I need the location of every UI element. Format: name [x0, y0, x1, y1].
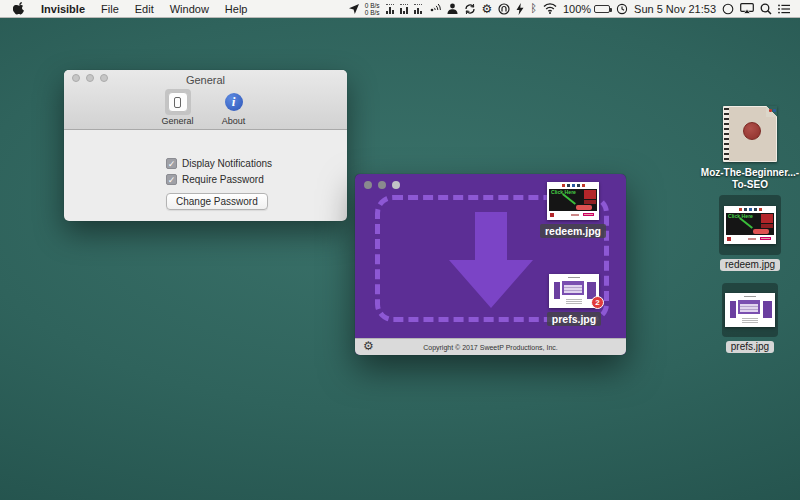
close-button[interactable]	[364, 181, 372, 189]
minimize-button[interactable]	[378, 181, 386, 189]
memory-graph-icon[interactable]	[400, 4, 408, 14]
require-password-label: Require Password	[182, 174, 264, 185]
zoom-button[interactable]	[392, 181, 400, 189]
moz-document-label: Moz-The-Beginner...-To-SEO	[698, 167, 800, 191]
desktop-icon-prefs[interactable]: prefs.jpg	[722, 283, 778, 353]
require-password-checkbox[interactable]: ✓	[166, 174, 177, 185]
selection-highlight	[722, 283, 778, 337]
spotlight-icon[interactable]	[760, 2, 772, 16]
preferences-content: ✓ Display Notifications ✓ Require Passwo…	[64, 130, 347, 210]
document-icon	[723, 106, 777, 162]
battery-percent: 100%	[563, 3, 591, 15]
time-machine-icon[interactable]	[616, 2, 628, 16]
toolbar-item-general[interactable]: General	[154, 89, 202, 126]
radio-waves-icon[interactable]	[428, 2, 441, 16]
selection-highlight: Click Here	[719, 195, 781, 255]
bluetooth-icon[interactable]: ᛒ	[530, 2, 537, 16]
menu-help[interactable]: Help	[225, 3, 248, 15]
disk-graph-icon[interactable]	[414, 4, 422, 14]
desktop-icon-redeem[interactable]: Click Here redeem.jpg	[719, 195, 781, 271]
menu-bar: Invisible File Edit Window Help 0 B/s 0 …	[0, 0, 800, 18]
download-arrow-icon	[449, 212, 533, 312]
toolbar-about-label: About	[222, 116, 246, 126]
wifi-icon[interactable]	[543, 2, 557, 16]
net-up-value: 0 B/s	[365, 2, 380, 9]
preferences-window: General General i About ✓ Display Notifi…	[64, 70, 347, 221]
drop-file-redeem[interactable]: Click Here redeem.jpg	[533, 182, 613, 238]
settings-gear-icon[interactable]: ⚙	[363, 339, 374, 354]
net-down-value: 0 B/s	[365, 9, 380, 16]
display-notifications-checkbox[interactable]: ✓	[166, 158, 177, 169]
prefs-file-label: prefs.jpg	[547, 312, 601, 326]
redeem-thumbnail: Click Here	[547, 182, 599, 220]
desktop-icon-moz-document[interactable]: Moz-The-Beginner...-To-SEO	[696, 106, 800, 191]
battery-status[interactable]: 100%	[563, 3, 610, 15]
redeem-icon-label: redeem.jpg	[720, 259, 780, 271]
notification-badge: 2	[591, 296, 604, 309]
keyhole-circle-icon[interactable]	[498, 2, 510, 16]
menu-window[interactable]: Window	[170, 3, 209, 15]
menu-bar-clock[interactable]: Sun 5 Nov 21:53	[634, 3, 716, 15]
drop-window-controls	[364, 181, 400, 189]
window-title: General	[186, 74, 225, 86]
notification-center-icon[interactable]	[778, 2, 790, 16]
cpu-graph-icon[interactable]	[386, 4, 394, 14]
menu-file[interactable]: File	[101, 3, 119, 15]
change-password-button[interactable]: Change Password	[166, 193, 268, 210]
prefs-icon-label: prefs.jpg	[726, 341, 774, 353]
redeem-file-label: redeem.jpg	[540, 224, 606, 238]
copyright-text: Copyright © 2017 SweetP Productions, Inc…	[423, 344, 558, 351]
redeem-thumbnail: Click Here	[724, 206, 776, 244]
siri-icon[interactable]	[722, 2, 734, 16]
info-circle-icon: i	[225, 93, 243, 111]
toolbar-general-label: General	[161, 116, 193, 126]
preferences-titlebar[interactable]: General General i About	[64, 70, 347, 130]
sync-icon[interactable]	[464, 2, 476, 16]
bolt-icon[interactable]	[516, 2, 524, 16]
desktop: Invisible File Edit Window Help 0 B/s 0 …	[0, 0, 800, 500]
location-icon[interactable]	[349, 2, 359, 16]
app-menu-title[interactable]: Invisible	[41, 3, 85, 15]
prefs-thumbnail: 2	[549, 274, 599, 308]
drop-window-footer: ⚙ Copyright © 2017 SweetP Productions, I…	[355, 338, 626, 355]
display-notifications-label: Display Notifications	[182, 158, 272, 169]
battery-icon	[594, 5, 610, 13]
gear-icon[interactable]: ⚙	[482, 2, 493, 16]
drop-window: Click Here redeem.jpg 2 prefs.jpg ⚙ Copy…	[355, 174, 626, 355]
apple-menu-icon[interactable]	[13, 2, 25, 16]
airplay-icon[interactable]	[740, 2, 754, 16]
general-battery-icon	[168, 92, 188, 112]
require-password-row: ✓ Require Password	[166, 174, 347, 185]
toolbar-item-about[interactable]: i About	[210, 89, 258, 126]
drop-file-prefs[interactable]: 2 prefs.jpg	[534, 274, 614, 326]
prefs-thumbnail	[725, 293, 775, 327]
network-speed-readout[interactable]: 0 B/s 0 B/s	[365, 2, 380, 16]
display-notifications-row: ✓ Display Notifications	[166, 158, 347, 169]
user-icon[interactable]	[447, 2, 458, 16]
preferences-toolbar: General i About	[64, 87, 347, 129]
menu-edit[interactable]: Edit	[135, 3, 154, 15]
